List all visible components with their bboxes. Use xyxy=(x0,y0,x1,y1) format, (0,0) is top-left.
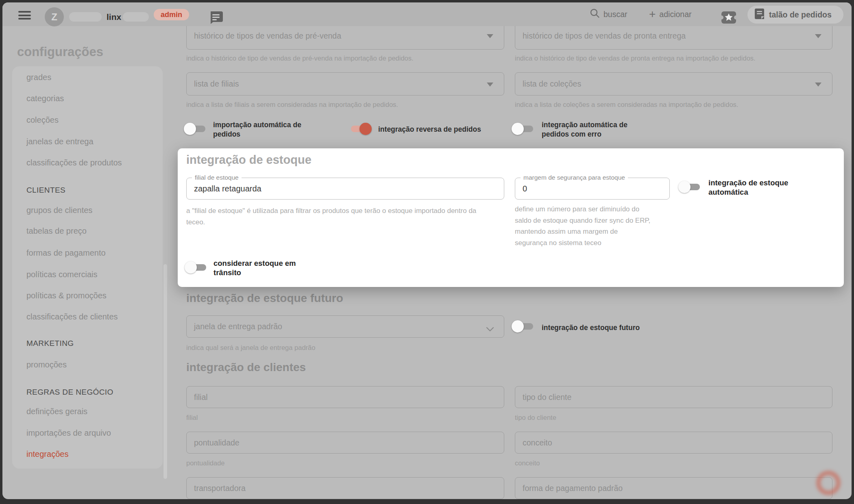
caret-down-icon xyxy=(487,83,493,87)
order-pad-icon xyxy=(754,8,765,22)
toggle-integracao-estoque-automatica[interactable] xyxy=(678,181,703,193)
helper-text: pontualidade xyxy=(186,459,225,467)
input-conceito[interactable]: conceito xyxy=(515,432,832,454)
sidebar-item-tabelas-de-preco[interactable]: tabelas de preço xyxy=(26,226,87,236)
dropdown-value: histórico de tipos de vendas de pronta e… xyxy=(523,31,686,41)
role-badge-label: admin xyxy=(161,11,182,19)
sidebar-item-categorias[interactable]: categorias xyxy=(26,93,64,104)
helper-text: filial xyxy=(186,414,198,421)
dropdown-value: janela de entrega padrão xyxy=(194,322,282,331)
sidebar-item-formas-de-pagamento[interactable]: formas de pagamento xyxy=(26,248,106,258)
toggle-label: integração de estoque futuro xyxy=(542,323,712,332)
sidebar-item-grupos-de-clientes[interactable]: grupos de clientes xyxy=(26,205,92,215)
stock-margin-input-label: margem de segurança para estoque xyxy=(521,174,628,181)
search-icon xyxy=(590,8,600,20)
sidebar-item-importacoes-de-arquivo[interactable]: importações de arquivo xyxy=(26,428,111,438)
app-window: Z linx admin buscar + adicionar xyxy=(2,2,852,499)
hamburger-menu-icon[interactable] xyxy=(18,11,31,20)
stock-margin-helper: define um número para ser diminuído do s… xyxy=(515,204,651,248)
sidebar-scrollbar[interactable] xyxy=(163,264,167,479)
toggle-integracao-reversa-pedidos[interactable] xyxy=(347,123,372,135)
cursor-highlight-ring xyxy=(816,471,841,495)
toggle-considerar-estoque-transito[interactable] xyxy=(185,261,209,274)
toggle-label: considerar estoque em trânsito xyxy=(214,259,301,277)
sidebar-item-classificacoes-de-clientes[interactable]: classificações de clientes xyxy=(26,311,118,322)
sidebar-item-politicas-comerciais[interactable]: políticas comerciais xyxy=(26,269,98,280)
toggle-integracao-automatica-pedidos-erro[interactable] xyxy=(512,123,536,135)
dropdown-value: histórico de tipos de vendas de pré-vend… xyxy=(194,31,341,41)
caret-down-icon xyxy=(815,83,821,87)
stock-margin-input-value: 0 xyxy=(523,184,527,193)
input-filial[interactable]: filial xyxy=(186,386,504,408)
order-pad-button[interactable]: talão de pedidos xyxy=(747,6,843,24)
search-button[interactable]: buscar xyxy=(590,2,627,26)
sidebar-item-classificacoes-de-produtos[interactable]: classificações de produtos xyxy=(26,157,122,168)
dropdown-historico-pre-venda[interactable]: histórico de tipos de vendas de pré-vend… xyxy=(186,22,504,50)
input-pontualidade[interactable]: pontualidade xyxy=(186,432,504,454)
dropdown-value: lista de filiais xyxy=(194,79,239,89)
sidebar-item-janelas-de-entrega[interactable]: janelas de entrega xyxy=(26,136,94,147)
sidebar-item-colecoes[interactable]: coleções xyxy=(26,115,59,125)
toggle-label: importação automática de pedidos xyxy=(213,120,309,139)
input-forma-pagamento-padrao[interactable]: forma de pagamento padrão xyxy=(515,477,832,499)
toggle-importacao-automatica-pedidos[interactable] xyxy=(184,123,208,135)
helper-text: tipo do cliente xyxy=(515,414,556,421)
search-label: buscar xyxy=(603,10,627,19)
sidebar-item-politicas-promocoes[interactable]: políticas & promoções xyxy=(26,290,107,301)
chevron-down-icon xyxy=(486,324,494,334)
plus-icon: + xyxy=(649,10,656,18)
redacted-text xyxy=(123,12,149,22)
sidebar-item-promocoes[interactable]: promoções xyxy=(26,359,67,370)
add-label: adicionar xyxy=(659,10,691,19)
sidebar-item-integracoes[interactable]: integrações xyxy=(26,449,68,459)
toggle-label: integração reversa de pedidos xyxy=(378,125,500,134)
input-value: forma de pagamento padrão xyxy=(523,484,623,493)
sidebar-item-definicoes-gerais[interactable]: definições gerais xyxy=(26,406,87,417)
stock-branch-input-value: zapalla retaguarda xyxy=(194,184,261,193)
dropdown-historico-pronta-entrega[interactable]: histórico de tipos de vendas de pronta e… xyxy=(515,22,832,50)
caret-down-icon xyxy=(487,34,493,38)
sidebar-section-marketing: MARKETING xyxy=(26,338,74,349)
toggle-label: integração de estoque automática xyxy=(708,178,798,197)
helper-text: indica a lista de coleções a serem consi… xyxy=(515,101,738,109)
helper-text: indica a lista de filiais a serem consid… xyxy=(186,101,398,109)
input-tipo-do-cliente[interactable]: tipo do cliente xyxy=(515,386,832,408)
customers-title: integração de clientes xyxy=(186,361,306,374)
stock-branch-input-label: filial de estoque xyxy=(192,174,242,181)
input-value: pontualidade xyxy=(194,438,240,448)
stock-margin-input[interactable]: margem de segurança para estoque 0 xyxy=(515,178,670,200)
caret-down-icon xyxy=(815,34,821,38)
stock-branch-helper: a "filial de estoque" é utilizada para f… xyxy=(186,205,483,228)
input-value: filial xyxy=(194,393,208,402)
toggle-label: integração automática de pedidos com err… xyxy=(542,120,641,139)
add-button[interactable]: + adicionar xyxy=(649,2,692,26)
chat-icon[interactable] xyxy=(209,11,223,26)
stock-branch-input[interactable]: filial de estoque zapalla retaguarda xyxy=(186,178,504,200)
stock-card-title: integração de estoque xyxy=(186,153,312,167)
dropdown-lista-de-filiais[interactable]: lista de filiais xyxy=(186,72,504,96)
sidebar-title: configurações xyxy=(17,45,103,59)
input-transportadora[interactable]: transportadora xyxy=(186,477,504,499)
order-pad-label: talão de pedidos xyxy=(769,10,832,20)
role-badge: admin xyxy=(154,9,189,20)
sidebar-item-grades[interactable]: grades xyxy=(26,72,51,83)
redacted-company-name xyxy=(69,12,102,22)
toggle-integracao-estoque-futuro[interactable] xyxy=(512,320,536,332)
sidebar-section-regras-de-negocio: REGRAS DE NEGÓCIO xyxy=(26,387,113,398)
input-value: conceito xyxy=(523,438,552,448)
dropdown-value: lista de coleções xyxy=(523,79,581,89)
dropdown-janela-entrega-padrao[interactable]: janela de entrega padrão xyxy=(186,315,504,338)
sidebar-section-clientes: CLIENTES xyxy=(26,185,65,196)
helper-text: indica qual será a janela de entrega pad… xyxy=(186,344,315,352)
input-value: transportadora xyxy=(194,484,246,493)
input-value: tipo do cliente xyxy=(523,393,571,402)
brand-label: linx xyxy=(107,12,121,22)
helper-text: indica o histórico de tipo de vendas de … xyxy=(515,54,756,62)
stock-integration-card: integração de estoque filial de estoque … xyxy=(178,148,844,287)
avatar[interactable]: Z xyxy=(45,7,64,26)
helper-text: indica o histórico de tipo de vendas de … xyxy=(186,54,414,62)
app-header: Z linx admin buscar + adicionar xyxy=(2,2,852,26)
star-ticket-icon[interactable] xyxy=(721,11,737,26)
future-stock-title: integração de estoque futuro xyxy=(186,292,343,305)
dropdown-lista-de-colecoes[interactable]: lista de coleções xyxy=(515,72,832,96)
